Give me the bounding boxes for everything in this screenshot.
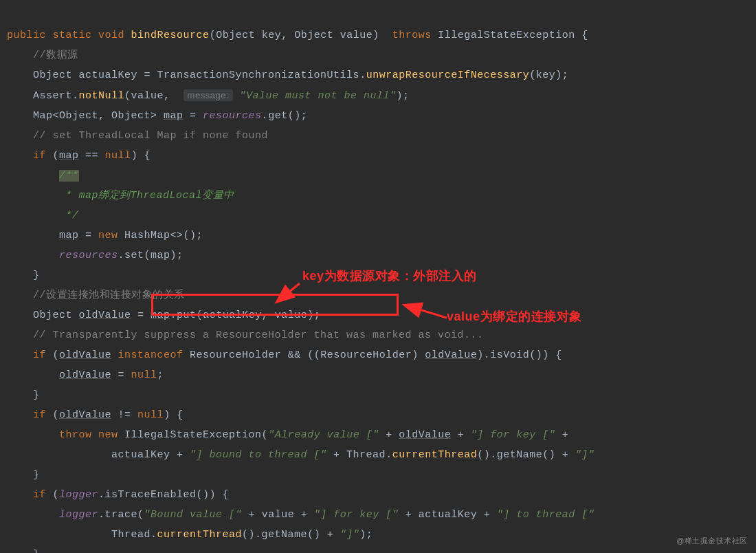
l12-s4: "]" bbox=[575, 449, 595, 461]
l2-arg: key bbox=[536, 69, 556, 81]
l12-cls: IllegalStateException bbox=[124, 429, 262, 441]
l13-if: if bbox=[33, 489, 46, 501]
ex-type: IllegalStateException bbox=[438, 30, 575, 41]
l12-s1: "Already value [" bbox=[268, 429, 379, 441]
l8-method: put bbox=[177, 310, 197, 321]
l5-null: null bbox=[105, 150, 131, 162]
p1-name: key bbox=[262, 30, 282, 41]
code-editor[interactable]: public static void bindResource(Object k… bbox=[0, 0, 756, 553]
l14-cls: Thread bbox=[111, 529, 151, 541]
l9-var2: oldValue bbox=[425, 349, 477, 361]
l9-var: oldValue bbox=[59, 349, 111, 361]
l11-var: oldValue bbox=[59, 409, 111, 421]
l12-s2: "] for key [" bbox=[471, 429, 556, 441]
l8-map: map bbox=[151, 310, 170, 321]
comment-3: //设置连接池和连接对象的关系 bbox=[33, 290, 185, 301]
l14-m3: getName bbox=[262, 529, 308, 541]
l11-null: null bbox=[137, 409, 164, 421]
l5-eq: == bbox=[85, 150, 98, 162]
kw-void: void bbox=[98, 30, 124, 41]
l6-var: map bbox=[59, 230, 79, 241]
l12-s3: "] bound to thread [" bbox=[190, 449, 327, 461]
l14-s3: "] to thread [" bbox=[497, 509, 595, 521]
l2-type: Object bbox=[33, 69, 72, 81]
l14-field: logger bbox=[59, 509, 98, 521]
l2-var: actualKey bbox=[79, 69, 138, 81]
l3-cls: Assert bbox=[33, 90, 72, 102]
l11-if: if bbox=[33, 409, 46, 421]
l3-method: notNull bbox=[79, 90, 125, 102]
comment-1: //数据源 bbox=[33, 50, 78, 61]
l5-if: if bbox=[33, 150, 46, 162]
l9-cast: ResourceHolder bbox=[320, 349, 412, 361]
l14-v2: actualKey bbox=[419, 509, 478, 521]
kw-public: public bbox=[7, 30, 46, 41]
l13-m: isTraceEnabled bbox=[105, 489, 197, 501]
p1-type: Object bbox=[216, 30, 255, 41]
l11-ne: != bbox=[118, 409, 131, 421]
l12-cls2: Thread bbox=[346, 449, 386, 461]
l6-cls: HashMap<> bbox=[124, 230, 184, 241]
watermark: @稀土掘金技术社区 bbox=[676, 536, 748, 546]
l8-a1: actualKey bbox=[203, 310, 262, 321]
l12-var2: actualKey bbox=[111, 449, 170, 461]
l3-arg1: value bbox=[131, 90, 164, 102]
l12-m2: currentThread bbox=[392, 449, 478, 461]
l12-m3: getName bbox=[497, 449, 543, 461]
l3-str: "Value must not be null" bbox=[240, 90, 397, 102]
l13-field: logger bbox=[59, 489, 98, 501]
comment-4: // Transparently suppress a ResourceHold… bbox=[33, 329, 484, 341]
l14-m: trace bbox=[105, 509, 138, 521]
l8-type: Object bbox=[33, 310, 72, 321]
l14-v1: value bbox=[262, 509, 295, 521]
comment-2: // set ThreadLocal Map if none found bbox=[33, 130, 268, 142]
param-hint: message: bbox=[184, 89, 233, 101]
l10-null: null bbox=[131, 369, 157, 381]
l10-var: oldValue bbox=[59, 369, 111, 381]
l7-method: set bbox=[124, 250, 144, 261]
l2-method: unwrapResourceIfNecessary bbox=[366, 69, 530, 81]
kw-throws: throws bbox=[392, 30, 432, 41]
l4-field: resources bbox=[203, 110, 262, 122]
l9-if: if bbox=[33, 349, 46, 361]
l6-new: new bbox=[98, 230, 118, 241]
l9-cls: ResourceHolder bbox=[190, 349, 281, 361]
l9-m: isVoid bbox=[490, 349, 529, 361]
l12-throw: throw bbox=[59, 429, 92, 441]
l4-method: get bbox=[268, 110, 288, 122]
l8-a2: value bbox=[275, 310, 308, 321]
cb-close: */ bbox=[59, 210, 79, 221]
kw-static: static bbox=[53, 30, 92, 41]
l12-new: new bbox=[98, 429, 118, 441]
l12-var: oldValue bbox=[399, 429, 451, 441]
l5-var: map bbox=[59, 150, 79, 162]
l14-m2: currentThread bbox=[157, 529, 243, 541]
l7-field: resources bbox=[59, 250, 118, 261]
l8-var: oldValue bbox=[79, 310, 131, 321]
cb-open: /** bbox=[59, 170, 79, 182]
l4-type: Map<Object, Object> bbox=[33, 110, 157, 122]
method-name: bindResource bbox=[131, 30, 210, 41]
l2-cls: TransactionSynchronizationUtils bbox=[157, 69, 360, 81]
p2-name: value bbox=[340, 30, 373, 41]
l4-var: map bbox=[164, 110, 184, 122]
cb-body: * map绑定到ThreadLocal变量中 bbox=[59, 190, 234, 202]
l14-s1: "Bound value [" bbox=[144, 509, 243, 521]
p2-type: Object bbox=[294, 30, 333, 41]
l14-s4: "]" bbox=[340, 529, 360, 541]
l7-arg: map bbox=[151, 250, 170, 261]
l14-s2: "] for key [" bbox=[314, 509, 399, 521]
l9-io: instanceof bbox=[118, 349, 184, 361]
